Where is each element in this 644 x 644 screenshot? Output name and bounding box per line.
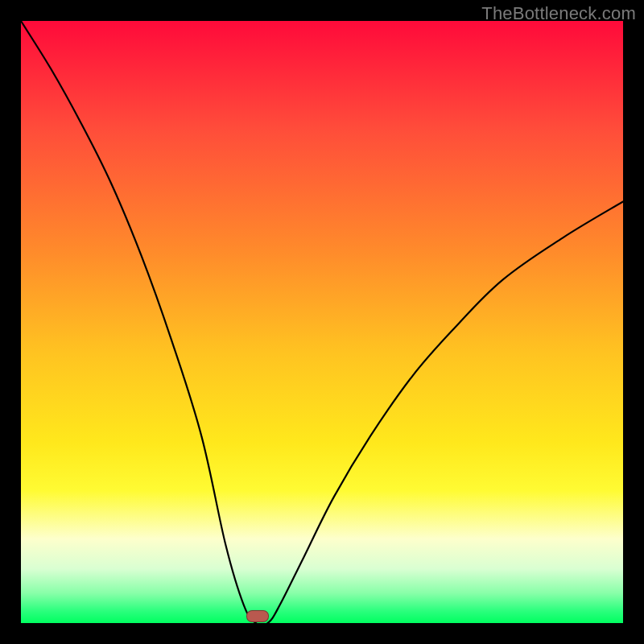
curve-line <box>21 21 623 623</box>
plot-area <box>21 21 623 623</box>
optimal-marker <box>246 610 269 622</box>
